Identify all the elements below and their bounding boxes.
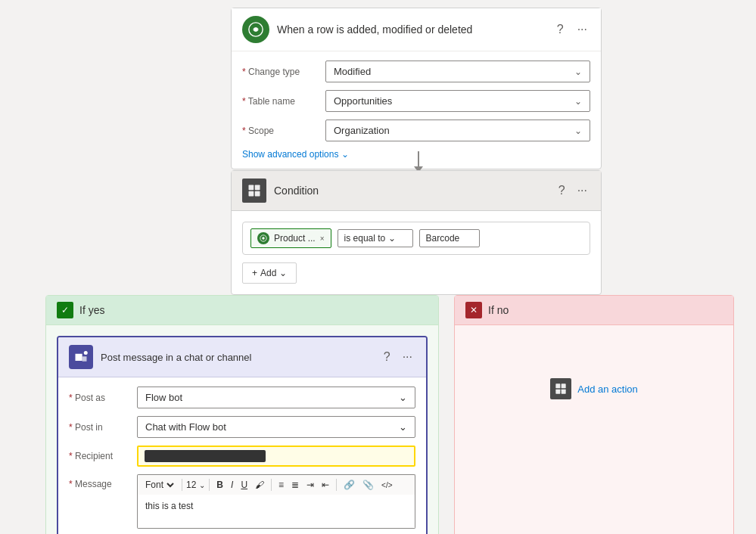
trigger-title: When a row is added, modified or deleted — [277, 23, 546, 36]
trigger-more-button[interactable]: ··· — [574, 21, 590, 38]
attachment-button[interactable]: 📎 — [359, 478, 377, 492]
trigger-actions: ? ··· — [554, 21, 590, 38]
condition-header: Condition ? ··· — [232, 171, 601, 211]
condition-help-button[interactable]: ? — [555, 182, 568, 199]
toolbar-sep-3 — [271, 479, 272, 491]
teams-card-title: Post message in a chat or channel — [101, 352, 373, 363]
svg-rect-5 — [255, 191, 260, 197]
svg-rect-9 — [562, 383, 566, 388]
ordered-list-button[interactable]: ≡ — [275, 478, 287, 492]
font-size-value: 12 — [186, 480, 196, 490]
scope-chevron: ⌄ — [574, 126, 582, 136]
change-type-value: Modified — [334, 66, 371, 77]
table-name-value: Opportunities — [334, 95, 392, 107]
post-as-value: Flow bot — [145, 392, 182, 403]
post-as-select[interactable]: Flow bot ⌄ — [137, 387, 415, 408]
trigger-icon — [242, 16, 269, 43]
branch-no-body: Add an action — [455, 325, 733, 410]
recipient-label: Recipient — [69, 451, 137, 461]
condition-tag-label: Product ... — [274, 233, 316, 244]
post-in-row: Post in Chat with Flow bot ⌄ — [69, 416, 415, 438]
svg-rect-10 — [556, 390, 561, 394]
scope-select[interactable]: Organization ⌄ — [325, 120, 590, 141]
condition-icon — [242, 179, 266, 203]
post-in-select[interactable]: Chat with Flow bot ⌄ — [137, 416, 415, 438]
brush-button[interactable]: 🖌 — [252, 478, 267, 492]
add-plus-icon: + — [252, 268, 257, 278]
add-action-icon — [550, 378, 571, 399]
branch-yes-body: Post message in a chat or channel ? ··· … — [46, 325, 438, 534]
message-label: Message — [69, 474, 137, 489]
link-button[interactable]: 🔗 — [341, 478, 358, 492]
recipient-redacted-value — [145, 450, 266, 462]
branch-yes: ✓ If yes Post message in a cha — [45, 295, 439, 534]
branch-yes-header: ✓ If yes — [46, 296, 438, 325]
checkmark-icon: ✓ — [57, 302, 73, 318]
condition-expression-row: Product ... × is equal to ⌄ Barcode — [242, 222, 590, 255]
trigger-help-button[interactable]: ? — [554, 21, 567, 38]
toolbar-sep-2 — [209, 479, 210, 491]
branch-yes-label: If yes — [79, 304, 104, 316]
message-row: Message Font 12 ⌄ — [69, 474, 415, 529]
svg-point-7 — [262, 237, 264, 239]
cross-icon: ✕ — [465, 302, 482, 318]
code-button[interactable]: </> — [378, 480, 395, 491]
scope-row: Scope Organization ⌄ — [242, 120, 590, 141]
add-action-label: Add an action — [577, 383, 638, 395]
condition-add-button[interactable]: + Add ⌄ — [242, 262, 297, 284]
post-in-value: Chat with Flow bot — [145, 421, 226, 433]
message-toolbar: Font 12 ⌄ B I U 🖌 — [137, 474, 415, 495]
scope-label: Scope — [242, 126, 325, 136]
indent-button[interactable]: ⇥ — [303, 478, 317, 492]
add-action-button[interactable]: Add an action — [550, 378, 638, 399]
post-as-chevron-icon: ⌄ — [399, 392, 407, 403]
toolbar-sep-4 — [336, 479, 337, 491]
change-type-row: Change type Modified ⌄ — [242, 61, 590, 82]
condition-body: Product ... × is equal to ⌄ Barcode + Ad… — [232, 211, 601, 294]
operator-value: is equal to — [344, 233, 386, 244]
outdent-button[interactable]: ⇤ — [319, 478, 332, 492]
condition-block: Condition ? ··· Product ... × — [231, 170, 602, 295]
advanced-chevron-icon: ⌄ — [341, 149, 349, 160]
teams-card-header: Post message in a chat or channel ? ··· — [58, 337, 426, 377]
arrow-connector — [414, 151, 423, 172]
post-in-label: Post in — [69, 422, 137, 433]
condition-operator-select[interactable]: is equal to ⌄ — [338, 229, 413, 247]
teams-help-button[interactable]: ? — [381, 349, 394, 365]
recipient-field[interactable] — [137, 446, 415, 467]
change-type-select[interactable]: Modified ⌄ — [325, 61, 590, 82]
svg-point-1 — [254, 27, 258, 32]
condition-value-field[interactable]: Barcode — [419, 229, 480, 247]
svg-rect-4 — [249, 191, 254, 197]
table-name-label: Table name — [242, 96, 325, 107]
branch-no-header: ✕ If no — [455, 296, 733, 325]
message-text[interactable]: this is a test — [137, 495, 415, 529]
change-type-chevron: ⌄ — [574, 67, 582, 77]
font-select[interactable]: Font — [142, 479, 176, 491]
arrow-line — [418, 151, 419, 166]
tag-dataverse-icon — [257, 232, 269, 244]
font-size-chevron-icon: ⌄ — [199, 481, 205, 489]
teams-more-button[interactable]: ··· — [400, 349, 415, 365]
italic-button[interactable]: I — [228, 478, 236, 492]
bold-button[interactable]: B — [213, 478, 226, 492]
teams-card-body: Post as Flow bot ⌄ Post in Chat with Flo… — [58, 377, 426, 534]
trigger-block: When a row is added, modified or deleted… — [231, 8, 602, 169]
message-editor: Font 12 ⌄ B I U 🖌 — [137, 474, 415, 529]
condition-tag: Product ... × — [250, 228, 331, 248]
underline-button[interactable]: U — [238, 478, 250, 492]
table-name-select[interactable]: Opportunities ⌄ — [325, 90, 590, 112]
branch-no-label: If no — [488, 304, 509, 316]
post-in-chevron-icon: ⌄ — [399, 421, 407, 433]
post-as-label: Post as — [69, 393, 137, 403]
teams-card: Post message in a chat or channel ? ··· … — [57, 336, 428, 534]
add-chevron-icon: ⌄ — [279, 268, 287, 278]
trigger-header: When a row is added, modified or deleted… — [232, 8, 601, 51]
teams-card-actions: ? ··· — [381, 349, 415, 365]
tag-close-icon[interactable]: × — [320, 234, 325, 243]
branch-no: ✕ If no Add an action — [454, 295, 734, 534]
table-name-chevron: ⌄ — [574, 96, 582, 107]
change-type-label: Change type — [242, 67, 325, 77]
unordered-list-button[interactable]: ≣ — [288, 478, 302, 492]
condition-more-button[interactable]: ··· — [574, 182, 590, 199]
